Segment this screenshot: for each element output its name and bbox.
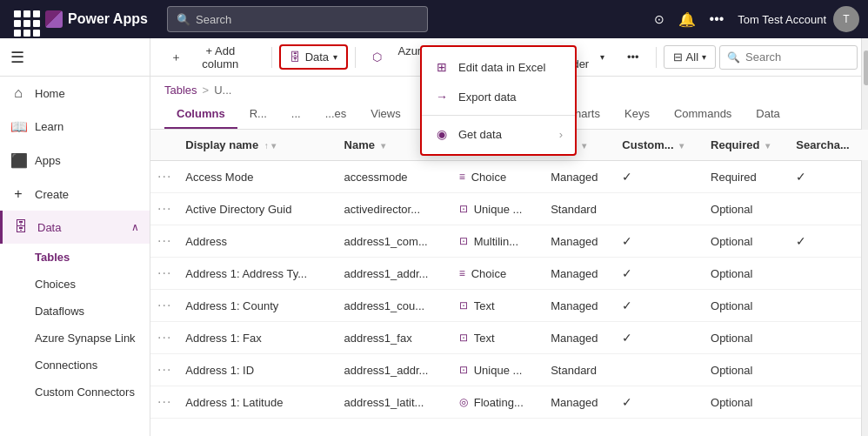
sidebar-item-connections[interactable]: Connections <box>0 352 150 379</box>
toolbar-divider-2 <box>355 47 356 68</box>
toolbar-search-icon: 🔍 <box>727 51 740 64</box>
home-icon: ⌂ <box>10 85 26 101</box>
table-body: ··· Access Mode accessmode ≡Choice Manag… <box>150 161 868 419</box>
row-dots[interactable]: ··· <box>150 290 178 322</box>
row-display-name: Active Directory Guid <box>178 193 337 225</box>
row-search <box>789 322 868 354</box>
sidebar-item-tables[interactable]: Tables <box>0 244 150 271</box>
toolbar-divider-1 <box>271 47 272 68</box>
tab-data[interactable]: Data <box>744 100 791 129</box>
row-type: Managed <box>544 258 615 290</box>
main-layout: ☰ ⌂ Home 📖 Learn ⬛ Apps + Create 🗄 Data … <box>0 38 868 436</box>
table-row: ··· Address 1: Address Ty... address1_ad… <box>150 258 868 290</box>
sidebar-data-submenu: Tables Choices Dataflows Azure Synapse L… <box>0 244 150 406</box>
row-type: Managed <box>544 322 615 354</box>
more-options-icon[interactable]: ••• <box>710 11 724 27</box>
row-search <box>789 290 868 322</box>
row-dots[interactable]: ··· <box>150 258 178 290</box>
more-toolbar-button[interactable]: ••• <box>618 45 649 69</box>
row-required: Optional <box>704 354 789 386</box>
add-column-button[interactable]: ＋ + Add column <box>161 39 264 76</box>
row-search: ✓ <box>789 161 868 193</box>
notification-icon[interactable]: 🔔 <box>678 11 696 28</box>
add-column-icon: ＋ <box>170 50 182 65</box>
dropdown-edit-excel[interactable]: ⊞ Edit data in Excel <box>422 52 575 82</box>
data-toolbar-icon: 🗄 <box>290 50 301 64</box>
waffle-menu-icon[interactable] <box>9 5 37 33</box>
row-custom: ✓ <box>615 225 704 258</box>
sidebar-item-data[interactable]: 🗄 Data ∧ <box>0 211 150 244</box>
sidebar-item-create[interactable]: + Create <box>0 178 150 211</box>
col-required-header[interactable]: Required ▾ <box>704 130 789 161</box>
row-required: Optional <box>704 386 789 419</box>
table-row: ··· Address 1: ID address1_addr... ⊡Uniq… <box>150 354 868 386</box>
dropdown-get-data[interactable]: ◉ Get data › <box>422 119 575 149</box>
col-custom-header[interactable]: Custom... ▾ <box>615 130 704 161</box>
row-dots[interactable]: ··· <box>150 322 178 354</box>
row-name: accessmode <box>337 161 452 193</box>
user-info[interactable]: Tom Test Account T <box>738 6 859 32</box>
row-required: Optional <box>704 290 789 322</box>
sidebar-item-dataflows[interactable]: Dataflows <box>0 298 150 325</box>
tab-keys[interactable]: Keys <box>612 100 662 129</box>
sidebar-item-learn[interactable]: 📖 Learn <box>0 110 150 144</box>
chevron-right-icon: › <box>559 128 563 141</box>
tab-ellipsis[interactable]: ... <box>279 100 313 129</box>
row-dots[interactable]: ··· <box>150 386 178 419</box>
breadcrumb-tables[interactable]: Tables <box>164 84 197 97</box>
row-name: address1_com... <box>337 225 452 258</box>
all-dropdown-icon: ▾ <box>702 52 706 62</box>
sidebar-item-custom-connectors[interactable]: Custom Connectors <box>0 379 150 406</box>
toolbar-search-input[interactable] <box>745 50 850 64</box>
tab-commands[interactable]: Commands <box>662 100 744 129</box>
row-datatype: ⊡Text <box>452 322 544 354</box>
all-filter-button[interactable]: ⊟ All ▾ <box>664 45 716 69</box>
search-icon: 🔍 <box>177 13 190 26</box>
row-datatype: ⊡Unique ... <box>452 354 544 386</box>
tab-views[interactable]: Views <box>358 100 412 129</box>
sidebar-item-azure-synapse[interactable]: Azure Synapse Link <box>0 325 150 352</box>
toolbar-search[interactable]: 🔍 <box>719 45 858 70</box>
row-required: Optional <box>704 322 789 354</box>
row-name: address1_addr... <box>337 258 452 290</box>
table-row: ··· Access Mode accessmode ≡Choice Manag… <box>150 161 868 193</box>
tab-es[interactable]: ...es <box>313 100 359 129</box>
row-required: Optional <box>704 258 789 290</box>
row-dots[interactable]: ··· <box>150 161 178 193</box>
vertical-scrollbar[interactable] <box>861 38 868 436</box>
get-data-icon: ◉ <box>434 127 450 141</box>
environment-icon[interactable]: ⊙ <box>654 12 664 26</box>
sidebar-item-apps[interactable]: ⬛ Apps <box>0 144 150 178</box>
export-icon: → <box>434 90 450 104</box>
sidebar-item-choices[interactable]: Choices <box>0 271 150 298</box>
table-wrapper: Display name ↑▾ Name ▾ Data type ▾ Type … <box>150 130 868 436</box>
tab-r[interactable]: R... <box>237 100 279 129</box>
row-type: Managed <box>544 386 615 419</box>
search-input[interactable] <box>196 13 418 26</box>
data-dropdown-icon: ▾ <box>333 52 337 62</box>
azure-synapse-icon: ⬡ <box>372 50 382 64</box>
row-dots[interactable]: ··· <box>150 354 178 386</box>
row-search <box>789 386 868 419</box>
col-display-name-header[interactable]: Display name ↑▾ <box>178 130 337 161</box>
row-dots[interactable]: ··· <box>150 193 178 225</box>
data-dropdown-menu: ⊞ Edit data in Excel → Export data ◉ Get… <box>420 45 577 156</box>
row-type: Standard <box>544 354 615 386</box>
row-datatype: ≡Choice <box>452 161 544 193</box>
row-custom <box>615 193 704 225</box>
create-icon: + <box>10 186 26 202</box>
sidebar-toggle-icon[interactable]: ☰ <box>10 48 24 67</box>
row-datatype: ⊡Text <box>452 290 544 322</box>
dropdown-export-data[interactable]: → Export data <box>422 82 575 111</box>
top-search-bar[interactable]: 🔍 <box>167 6 428 32</box>
row-datatype: ⊡Unique ... <box>452 193 544 225</box>
tab-columns[interactable]: Columns <box>164 100 237 129</box>
row-search <box>789 258 868 290</box>
sidebar-item-home[interactable]: ⌂ Home <box>0 77 150 110</box>
row-dots[interactable]: ··· <box>150 225 178 258</box>
row-type: Managed <box>544 161 615 193</box>
data-button[interactable]: 🗄 Data ▾ <box>279 44 348 70</box>
scrollbar-thumb[interactable] <box>864 50 869 85</box>
app-name: Power Apps <box>68 11 148 27</box>
col-search-header[interactable]: Searcha... <box>789 130 868 161</box>
